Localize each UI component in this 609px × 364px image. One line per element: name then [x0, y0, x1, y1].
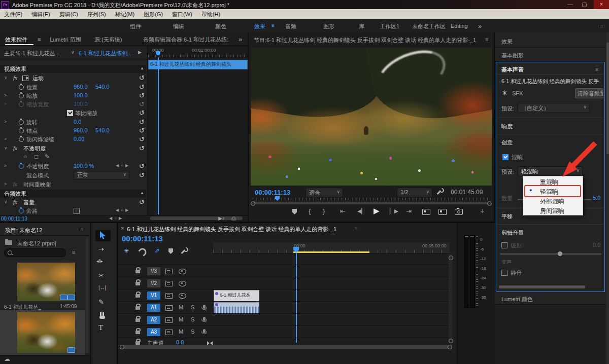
tab-lumetri-scopes[interactable]: Lumetri 范围: [50, 36, 81, 44]
chevron-down-icon[interactable]: ∨: [4, 145, 8, 151]
next-keyframe-icon[interactable]: ▶: [125, 208, 130, 212]
workspace-editing-cn[interactable]: 编辑: [173, 23, 184, 30]
param-label[interactable]: 防闪烁滤镜: [26, 136, 54, 143]
ec-playhead-dot[interactable]: [156, 51, 160, 55]
track-visibility-icon[interactable]: [179, 269, 186, 274]
menu-help[interactable]: 帮助(H): [201, 11, 220, 18]
lock-icon[interactable]: [136, 270, 140, 273]
keyframe-nav[interactable]: ◀○▶: [116, 163, 130, 168]
ec-row-time-remap[interactable]: > fx 时间重映射: [0, 180, 147, 189]
ec-row-opacity-value[interactable]: > 不透明度 100.0 % ◀○▶ ↺: [0, 162, 147, 171]
stopwatch-icon-active[interactable]: [19, 164, 24, 169]
fit-select[interactable]: 适合 ∨: [306, 188, 343, 197]
reset-icon[interactable]: ↺: [139, 109, 145, 117]
extract-icon[interactable]: [438, 209, 447, 215]
chevron-down-icon[interactable]: ∨: [4, 75, 8, 80]
reset-icon[interactable]: ↺: [139, 127, 145, 134]
ec-row-uniform-scale[interactable]: 等比缩放 ↺: [0, 109, 147, 118]
track-visibility-icon[interactable]: [179, 293, 186, 299]
reset-icon[interactable]: ↺: [139, 162, 145, 170]
level-slider-handle[interactable]: [558, 251, 562, 256]
menu-graphics[interactable]: 图形(G): [144, 11, 163, 18]
ec-row-position[interactable]: 位置 960.0 540.0 ↺: [0, 83, 147, 92]
ec-row-blend-mode[interactable]: 混合模式 正常 ∨ ↺: [0, 171, 147, 180]
type-tool-icon[interactable]: T: [98, 323, 103, 332]
step-forward-icon[interactable]: ▏▶: [390, 208, 398, 214]
reverb-checkbox[interactable]: [502, 154, 509, 160]
reset-icon[interactable]: ↺: [139, 92, 145, 99]
track-target-v1[interactable]: V1: [147, 292, 160, 300]
audio-clip[interactable]: [214, 302, 259, 314]
stopwatch-icon[interactable]: [19, 128, 24, 133]
workspace-panel-menu-icon[interactable]: ≡: [600, 23, 603, 29]
stopwatch-icon[interactable]: [19, 102, 24, 107]
voice-record-icon[interactable]: [203, 305, 206, 309]
close-button[interactable]: ×: [594, 0, 609, 9]
collapse-icon[interactable]: ▲: [140, 191, 144, 195]
stopwatch-icon[interactable]: [19, 85, 24, 90]
param-value[interactable]: 0.00: [74, 136, 84, 142]
pen-mask-icon[interactable]: ✎: [45, 153, 50, 160]
bypass-checkbox[interactable]: [74, 208, 80, 214]
nest-icon[interactable]: ✳: [124, 247, 129, 254]
timeline-timecode[interactable]: 00:00:11:13: [122, 234, 163, 243]
ec-row-scale-width[interactable]: > 缩放宽度 100.0 ↺: [0, 100, 147, 109]
add-keyframe-icon[interactable]: ○: [121, 208, 125, 212]
timeline-marker-icon[interactable]: [168, 248, 173, 254]
mute-checkbox[interactable]: [501, 270, 507, 276]
track-target-a3[interactable]: A3: [147, 328, 160, 336]
solo-track-button[interactable]: S: [191, 304, 194, 310]
reset-icon[interactable]: ↺: [139, 198, 145, 206]
workspace-audio[interactable]: 音频: [285, 23, 296, 30]
resolution-select[interactable]: 1/2 ∨: [397, 188, 432, 197]
stopwatch-icon[interactable]: [19, 137, 24, 142]
ec-row-anchor[interactable]: 锚点 960.0 540.0 ↺: [0, 127, 147, 135]
track-target-v3[interactable]: V3: [147, 267, 160, 275]
chevron-right-icon[interactable]: >: [4, 93, 7, 98]
project-title[interactable]: 项目: 未命名12: [5, 227, 42, 234]
timeline-tab-close-icon[interactable]: ×: [121, 225, 124, 231]
add-keyframe-icon[interactable]: ○: [121, 163, 125, 168]
next-keyframe-icon[interactable]: ▶: [125, 163, 130, 168]
param-value[interactable]: 0.0: [74, 119, 81, 125]
effect-label[interactable]: 时间重映射: [23, 181, 51, 189]
blend-mode-select[interactable]: 正常 ∨: [74, 171, 129, 179]
export-icon[interactable]: ⎙: [231, 215, 236, 222]
workspace-unnamed[interactable]: 未命名工作区: [412, 23, 446, 30]
tab-essential-graphics[interactable]: 基本图形: [501, 52, 524, 59]
reset-icon[interactable]: ↺: [139, 118, 145, 126]
menu-clip[interactable]: 剪辑(C): [59, 11, 78, 18]
search-input[interactable]: [4, 248, 66, 257]
ec-row-mask-shapes[interactable]: ○ □ ✎: [0, 153, 147, 162]
window-right-scrollbar-thumb[interactable]: [606, 43, 609, 154]
param-value[interactable]: 960.0: [74, 127, 88, 133]
loudness-section[interactable]: 响度: [501, 123, 513, 130]
v-scroll-bottom-knob[interactable]: [449, 339, 453, 343]
reset-icon[interactable]: ↺: [139, 171, 145, 179]
workspace-assembly[interactable]: 组件: [130, 23, 141, 30]
play-button-icon[interactable]: ▶: [374, 206, 380, 215]
razor-tool-icon[interactable]: ✂: [98, 272, 104, 279]
param-label[interactable]: 缩放: [26, 92, 38, 100]
param-label[interactable]: 旁路: [26, 207, 38, 215]
snap-magnet-icon[interactable]: [138, 246, 148, 257]
chevron-down-icon[interactable]: ∨: [4, 199, 8, 204]
minimize-button[interactable]: —: [567, 1, 573, 7]
selection-tool-icon[interactable]: [99, 231, 106, 240]
lock-icon[interactable]: [136, 294, 140, 298]
program-scrub-ticks[interactable]: [253, 198, 489, 200]
stopwatch-icon[interactable]: [19, 93, 24, 98]
ec-row-bypass[interactable]: 旁路 ◀○▶: [0, 207, 147, 215]
program-title[interactable]: 节目:6-1 和过儿花丛练剑 经典的舞剑镜头 反手拔剑 双剑合璧 谈话 经典的单…: [254, 37, 482, 44]
add-keyframe-icon[interactable]: ○: [114, 216, 119, 221]
sync-lock-icon[interactable]: [165, 293, 173, 299]
chevron-right-icon[interactable]: >: [4, 181, 7, 187]
ec-clip-play-icon[interactable]: ▶: [138, 50, 142, 55]
goto-in-icon[interactable]: ⇤: [340, 207, 346, 215]
scrub-right-handle[interactable]: [487, 201, 492, 206]
prev-keyframe-icon[interactable]: ◀: [116, 163, 121, 168]
program-timecode[interactable]: 00:00:11:13: [255, 189, 290, 196]
project-file-name[interactable]: 未命名12.prproj: [17, 240, 56, 247]
ec-bottom-keyframe-nav[interactable]: ◀○▶: [109, 216, 124, 221]
sync-lock-icon[interactable]: [165, 281, 173, 286]
